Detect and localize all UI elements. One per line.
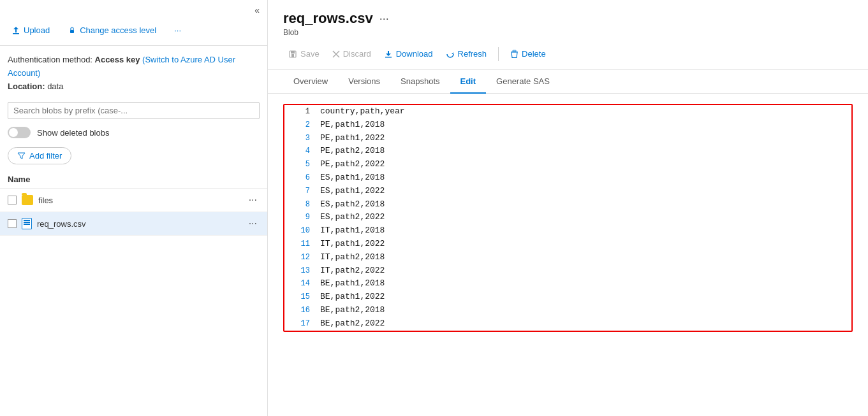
- svg-rect-7: [385, 57, 392, 58]
- sidebar: « Upload Change access level ··· Authent…: [0, 0, 268, 416]
- csv-checkbox[interactable]: [8, 219, 17, 228]
- tab-versions[interactable]: Versions: [338, 70, 390, 94]
- change-access-level-button[interactable]: Change access level: [64, 23, 160, 38]
- editor-container: 1country,path,year2PE,path1,20183PE,path…: [268, 94, 868, 416]
- sidebar-more-button[interactable]: ···: [170, 23, 185, 38]
- line-content[interactable]: BE,path1,2018: [320, 277, 385, 290]
- line-number: 14: [290, 278, 310, 290]
- line-number: 1: [290, 106, 310, 118]
- files-checkbox[interactable]: [8, 196, 17, 204]
- list-item[interactable]: files ···: [0, 189, 267, 212]
- line-number: 5: [290, 159, 310, 171]
- svg-rect-9: [513, 50, 516, 52]
- editor-line: 5PE,path2,2022: [284, 158, 851, 171]
- line-content[interactable]: PE,path2,2018: [320, 145, 385, 158]
- save-button[interactable]: Save: [283, 46, 325, 62]
- file-icon: [22, 218, 32, 229]
- discard-button[interactable]: Discard: [327, 46, 376, 62]
- editor-line: 13IT,path2,2022: [284, 264, 851, 278]
- auth-value: Access key: [95, 55, 140, 64]
- search-input[interactable]: [8, 102, 260, 119]
- line-number: 13: [290, 265, 310, 277]
- tab-overview[interactable]: Overview: [283, 70, 338, 94]
- line-content[interactable]: BE,path2,2018: [320, 304, 385, 317]
- files-name: files: [38, 196, 241, 205]
- filter-icon: [17, 152, 26, 160]
- line-content[interactable]: IT,path2,2022: [320, 264, 385, 278]
- line-content[interactable]: PE,path1,2022: [320, 132, 385, 145]
- editor-box[interactable]: 1country,path,year2PE,path1,20183PE,path…: [283, 104, 853, 332]
- tab-edit[interactable]: Edit: [450, 70, 487, 94]
- refresh-icon: [446, 50, 455, 59]
- upload-icon: [11, 26, 20, 35]
- files-more-button[interactable]: ···: [246, 193, 260, 207]
- save-icon: [288, 50, 297, 59]
- list-item[interactable]: req_rows.csv ···: [0, 212, 267, 236]
- csv-name: req_rows.csv: [37, 219, 241, 229]
- line-content[interactable]: IT,path1,2018: [320, 224, 385, 238]
- line-content[interactable]: ES,path2,2018: [320, 198, 385, 212]
- line-content[interactable]: BE,path2,2022: [320, 317, 385, 331]
- main-panel: req_rows.csv ··· Blob Save Discard Downl…: [268, 0, 868, 416]
- add-filter-section: Add filter: [8, 147, 260, 164]
- editor-line: 11IT,path1,2022: [284, 238, 851, 251]
- csv-more-button[interactable]: ···: [246, 217, 260, 231]
- line-content[interactable]: PE,path1,2018: [320, 118, 385, 132]
- line-content[interactable]: PE,path2,2022: [320, 158, 385, 171]
- delete-button[interactable]: Delete: [505, 46, 551, 62]
- discard-icon: [332, 50, 340, 58]
- editor-line: 16BE,path2,2018: [284, 304, 851, 317]
- show-deleted-toggle[interactable]: [8, 127, 31, 138]
- editor-line: 12IT,path2,2018: [284, 251, 851, 264]
- line-number: 4: [290, 145, 310, 157]
- line-content[interactable]: country,path,year: [320, 105, 405, 118]
- line-content[interactable]: ES,path1,2018: [320, 171, 385, 185]
- svg-rect-0: [13, 33, 19, 34]
- sidebar-collapse-btn[interactable]: «: [0, 0, 267, 18]
- title-row: req_rows.csv ···: [283, 10, 853, 27]
- refresh-button[interactable]: Refresh: [441, 46, 492, 62]
- line-number: 6: [290, 172, 310, 184]
- editor-line: 15BE,path1,2022: [284, 290, 851, 304]
- line-content[interactable]: ES,path1,2022: [320, 185, 385, 198]
- line-number: 9: [290, 212, 310, 224]
- download-button[interactable]: Download: [379, 46, 438, 62]
- line-content[interactable]: BE,path1,2022: [320, 290, 385, 304]
- editor-line: 4PE,path2,2018: [284, 145, 851, 158]
- collapse-icon[interactable]: «: [254, 5, 260, 15]
- tab-snapshots[interactable]: Snapshots: [390, 70, 450, 94]
- location-label: Location:: [8, 82, 45, 91]
- line-content[interactable]: IT,path2,2018: [320, 251, 385, 264]
- add-filter-button[interactable]: Add filter: [8, 147, 71, 164]
- show-deleted-toggle-row: Show deleted blobs: [0, 124, 267, 143]
- main-header: req_rows.csv ··· Blob Save Discard Downl…: [268, 0, 868, 70]
- line-number: 8: [290, 199, 310, 211]
- file-subtitle: Blob: [283, 28, 853, 37]
- toolbar-separator: [498, 47, 499, 61]
- download-icon: [384, 50, 393, 59]
- editor-line: 8ES,path2,2018: [284, 198, 851, 212]
- editor-line: 14BE,path1,2018: [284, 277, 851, 290]
- title-more-button[interactable]: ···: [379, 12, 389, 25]
- main-tabs: Overview Versions Snapshots Edit Generat…: [268, 70, 868, 94]
- sidebar-toolbar: Upload Change access level ···: [0, 18, 267, 46]
- line-number: 15: [290, 291, 310, 303]
- sidebar-auth: Authentication method: Access key (Switc…: [0, 46, 267, 97]
- line-number: 2: [290, 119, 310, 131]
- line-content[interactable]: IT,path1,2022: [320, 238, 385, 251]
- main-toolbar: Save Discard Download Refresh Delete: [283, 43, 853, 64]
- svg-rect-3: [291, 51, 295, 54]
- line-content[interactable]: ES,path2,2022: [320, 211, 385, 224]
- auth-label: Authentication method:: [8, 55, 92, 64]
- editor-line: 3PE,path1,2022: [284, 132, 851, 145]
- upload-button[interactable]: Upload: [8, 23, 54, 38]
- lock-icon: [68, 26, 77, 35]
- folder-icon: [22, 195, 33, 205]
- show-deleted-label: Show deleted blobs: [37, 128, 109, 138]
- editor-line: 17BE,path2,2022: [284, 317, 851, 331]
- delete-icon: [510, 50, 519, 59]
- blob-list: files ··· req_rows.csv ···: [0, 189, 267, 416]
- line-number: 12: [290, 252, 310, 264]
- tab-generate-sas[interactable]: Generate SAS: [486, 70, 560, 94]
- editor-line: 6ES,path1,2018: [284, 171, 851, 185]
